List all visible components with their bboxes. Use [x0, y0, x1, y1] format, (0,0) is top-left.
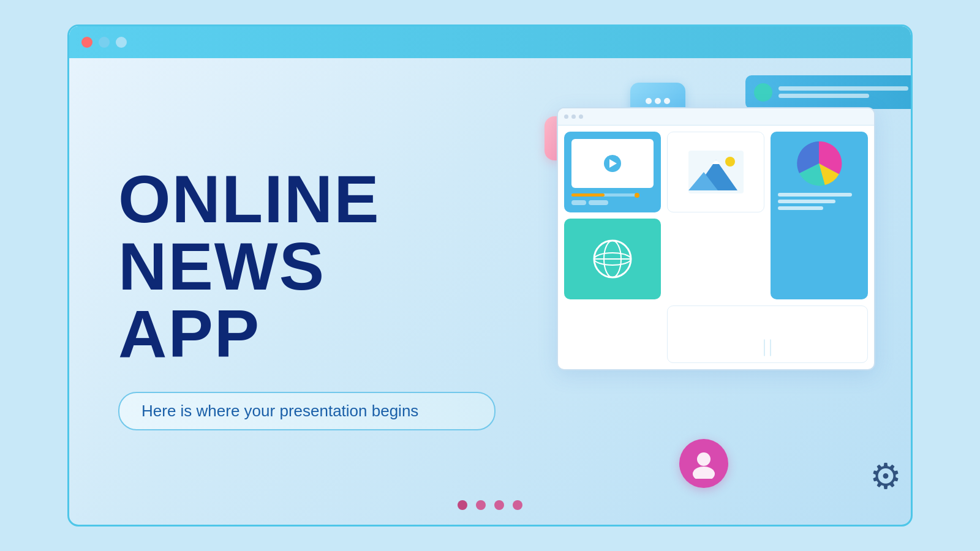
- video-preview: [571, 139, 654, 188]
- gear-dark-icon: ⚙: [870, 455, 902, 497]
- user-icon: [688, 448, 719, 479]
- globe-card: [564, 219, 662, 299]
- top-bar-widget: [745, 75, 913, 109]
- article-sub-cards: [764, 339, 771, 356]
- play-button[interactable]: [604, 155, 621, 172]
- pagination: [458, 500, 522, 510]
- sub-card-2: [770, 339, 771, 356]
- left-panel: ONLINE NEWS APP Here is where your prese…: [69, 58, 532, 525]
- sub-card-1: [764, 339, 765, 356]
- user-avatar: [679, 439, 728, 488]
- chart-card: [771, 132, 868, 299]
- subtitle-badge: Here is where your presentation begins: [118, 392, 496, 430]
- main-title: ONLINE NEWS APP: [118, 165, 496, 367]
- inner-browser-bar: [558, 108, 874, 126]
- svg-point-9: [697, 452, 710, 466]
- pie-chart-icon: [794, 139, 843, 188]
- inner-dot-3: [579, 114, 583, 119]
- inner-browser: [557, 107, 875, 370]
- page-dot-2[interactable]: [476, 500, 486, 510]
- image-card: [667, 132, 764, 212]
- mountain-icon: [688, 151, 744, 193]
- progress-dot: [635, 193, 639, 198]
- page-dot-1[interactable]: [458, 500, 467, 510]
- chat-dot-2: [655, 98, 661, 104]
- presentation-frame: ONLINE NEWS APP Here is where your prese…: [67, 24, 913, 527]
- inner-dot-2: [571, 114, 576, 119]
- content-area: ONLINE NEWS APP Here is where your prese…: [69, 58, 911, 525]
- progress-fill: [571, 193, 605, 197]
- ctrl-btn-1: [571, 200, 586, 205]
- control-buttons: [571, 200, 654, 205]
- title-line2: NEWS: [118, 233, 496, 300]
- right-panel: ⚙: [532, 58, 911, 525]
- svg-point-1: [725, 157, 735, 167]
- ctrl-btn-2: [589, 200, 608, 205]
- bar-lines: [778, 86, 908, 98]
- teal-circle: [754, 83, 772, 102]
- page-dot-4[interactable]: [513, 500, 522, 510]
- close-button[interactable]: [81, 37, 92, 48]
- bar-line-1: [778, 86, 908, 91]
- minimize-button[interactable]: [99, 37, 110, 48]
- browser-bar: [69, 26, 911, 58]
- svg-point-10: [693, 467, 715, 479]
- progress-bar: [571, 193, 638, 197]
- browser-content-grid: [558, 126, 874, 369]
- title-line1: ONLINE: [118, 165, 496, 233]
- bar-line-2: [778, 94, 869, 98]
- chart-line-2: [778, 200, 835, 203]
- chat-dot-3: [664, 98, 670, 104]
- maximize-button[interactable]: [116, 37, 127, 48]
- chat-dot-1: [646, 98, 652, 104]
- globe-icon: [591, 238, 634, 280]
- inner-dot-1: [564, 114, 568, 119]
- title-line3: APP: [118, 300, 496, 367]
- chart-text-lines: [778, 193, 861, 213]
- subtitle-text: Here is where your presentation begins: [141, 402, 418, 420]
- page-dot-3[interactable]: [494, 500, 504, 510]
- play-triangle-icon: [609, 159, 617, 168]
- chart-line-3: [778, 206, 823, 210]
- article-card: [667, 305, 867, 363]
- video-card: [564, 132, 662, 212]
- video-controls: [571, 193, 654, 205]
- chart-line-1: [778, 193, 852, 197]
